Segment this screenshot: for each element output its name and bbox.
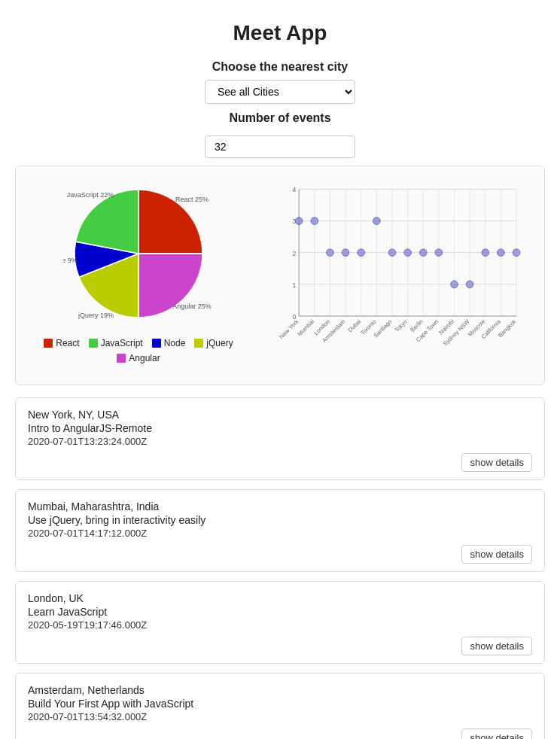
pie-chart: React 25%Angular 25%jQuery 19%Node 9%Jav… <box>63 178 214 329</box>
legend-item: React <box>44 338 79 348</box>
pie-legend: ReactJavaScriptNodejQueryAngular <box>22 335 255 366</box>
svg-text:1: 1 <box>293 281 297 289</box>
svg-point-51 <box>358 249 365 257</box>
svg-point-56 <box>435 249 443 257</box>
pie-svg: React 25%Angular 25%jQuery 19%Node 9%Jav… <box>63 178 214 329</box>
svg-text:4: 4 <box>293 186 297 193</box>
event-card: Amsterdam, Netherlands Build Your First … <box>15 673 545 739</box>
scatter-chart-section: 01234New YorkMumbaiLondonAmsterdamDubaiT… <box>263 178 538 377</box>
svg-text:2: 2 <box>293 250 297 257</box>
legend-color <box>194 339 203 348</box>
svg-text:Tokyo: Tokyo <box>393 318 409 334</box>
svg-text:jQuery 19%: jQuery 19% <box>78 312 114 319</box>
event-card: New York, NY, USA Intro to AngularJS-Rem… <box>15 397 545 480</box>
legend-color <box>117 354 126 363</box>
svg-point-54 <box>404 249 412 257</box>
app-title: Meet App <box>0 21 560 45</box>
show-details-button[interactable]: show details <box>461 728 532 739</box>
events-count-input[interactable] <box>205 135 355 158</box>
show-details-button[interactable]: show details <box>461 453 532 472</box>
event-name: Learn JavaScript <box>28 606 532 618</box>
events-list: New York, NY, USA Intro to AngularJS-Rem… <box>0 397 560 739</box>
legend-label: jQuery <box>206 338 233 348</box>
legend-item: jQuery <box>194 338 233 348</box>
app-header: Meet App <box>0 0 560 53</box>
show-details-button[interactable]: show details <box>461 545 532 564</box>
events-section-label: Number of events <box>0 111 560 125</box>
svg-point-53 <box>388 249 396 257</box>
legend-color <box>152 339 161 348</box>
event-card-footer: show details <box>28 728 532 739</box>
events-section: Number of events <box>0 111 560 158</box>
event-date: 2020-07-01T13:23:24.000Z <box>28 436 532 447</box>
svg-point-57 <box>451 281 458 288</box>
event-card-footer: show details <box>28 637 532 655</box>
svg-point-49 <box>327 249 334 257</box>
event-location: London, UK <box>28 592 532 604</box>
svg-text:JavaScript 22%: JavaScript 22% <box>67 191 114 199</box>
svg-text:Mumbai: Mumbai <box>297 318 316 338</box>
pie-chart-section: React 25%Angular 25%jQuery 19%Node 9%Jav… <box>22 178 255 377</box>
legend-label: JavaScript <box>101 338 143 348</box>
legend-label: Angular <box>129 353 160 363</box>
event-location: Amsterdam, Netherlands <box>28 684 532 696</box>
svg-point-58 <box>466 281 473 288</box>
svg-text:Angular 25%: Angular 25% <box>172 303 212 310</box>
event-location: Mumbai, Maharashtra, India <box>28 500 532 512</box>
legend-label: React <box>56 338 79 348</box>
svg-point-47 <box>295 217 303 225</box>
svg-point-50 <box>342 249 349 257</box>
legend-item: Node <box>152 338 186 348</box>
event-name: Build Your First App with JavaScript <box>28 698 532 710</box>
svg-text:Node 9%: Node 9% <box>63 257 78 264</box>
svg-point-60 <box>498 249 505 257</box>
event-location: New York, NY, USA <box>28 409 532 421</box>
legend-color <box>89 339 98 348</box>
show-details-button[interactable]: show details <box>461 637 532 655</box>
charts-container: React 25%Angular 25%jQuery 19%Node 9%Jav… <box>15 166 545 385</box>
event-name: Use jQuery, bring in interactivity easil… <box>28 514 532 526</box>
city-select-wrapper: See all CitiesNew YorkMumbaiLondonAmster… <box>0 80 560 104</box>
svg-text:React 25%: React 25% <box>175 196 208 203</box>
city-section-label: Choose the nearest city <box>0 60 560 74</box>
svg-point-48 <box>311 217 318 225</box>
legend-label: Node <box>164 338 186 348</box>
svg-point-61 <box>513 249 520 257</box>
event-name: Intro to AngularJS-Remote <box>28 422 532 434</box>
event-card: Mumbai, Maharashtra, India Use jQuery, b… <box>15 489 545 572</box>
svg-point-59 <box>482 249 489 257</box>
svg-point-55 <box>419 249 427 257</box>
event-card-footer: show details <box>28 453 532 472</box>
scatter-svg: 01234New YorkMumbaiLondonAmsterdamDubaiT… <box>263 178 538 374</box>
event-card: London, UK Learn JavaScript 2020-05-19T1… <box>15 581 545 664</box>
svg-point-52 <box>373 217 381 225</box>
legend-item: JavaScript <box>89 338 143 348</box>
legend-color <box>44 339 53 348</box>
event-card-footer: show details <box>28 545 532 564</box>
city-select[interactable]: See all CitiesNew YorkMumbaiLondonAmster… <box>205 80 355 104</box>
legend-item: Angular <box>117 353 160 363</box>
svg-text:New York: New York <box>278 318 300 340</box>
event-date: 2020-07-01T14:17:12.000Z <box>28 528 532 539</box>
event-date: 2020-05-19T19:17:46.000Z <box>28 619 532 631</box>
event-date: 2020-07-01T13:54:32.000Z <box>28 711 532 722</box>
